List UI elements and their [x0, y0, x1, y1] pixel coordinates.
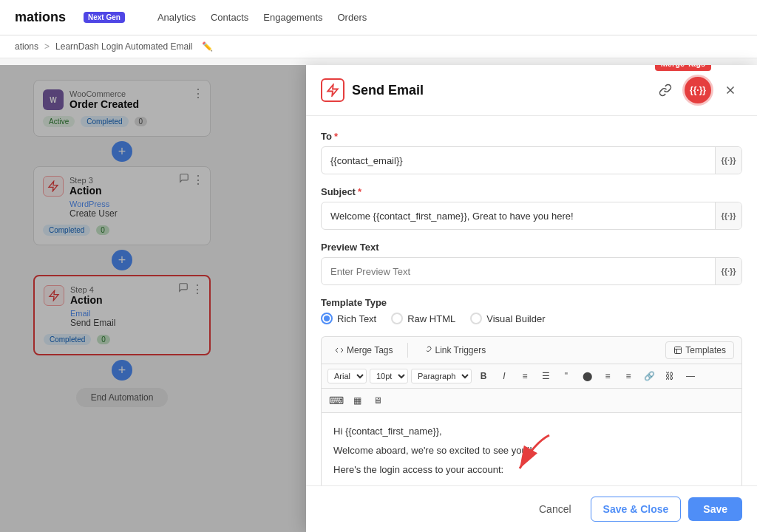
subject-required: *: [358, 186, 361, 197]
modal-footer: Cancel Save & Close Save: [306, 485, 757, 532]
radio-dot-rich: [324, 316, 330, 321]
radio-raw-html[interactable]: Raw HTML: [391, 313, 455, 324]
merge-tags-icon: {{·}}: [690, 85, 706, 95]
svg-rect-5: [675, 347, 682, 354]
radio-circle-visual: [470, 313, 482, 324]
to-field-group: To * {{·}}: [321, 131, 742, 174]
unordered-list-btn[interactable]: ☰: [537, 367, 554, 385]
radio-visual-builder[interactable]: Visual Builder: [470, 313, 545, 324]
email-line-2: Welcome aboard, we're so excited to see …: [333, 443, 730, 459]
toolbar-sep-1: [407, 343, 408, 358]
nav-engagements[interactable]: Engagements: [263, 9, 322, 26]
save-close-button[interactable]: Save & Close: [591, 497, 682, 522]
modal-header: Send Email Merge Tags {{·}}: [306, 65, 757, 116]
subject-label: Subject *: [321, 186, 742, 197]
template-type-label: Template Type: [321, 297, 742, 308]
unlink-btn[interactable]: ⛓: [661, 367, 679, 385]
editor-extra-bar: ⌨ ▦ 🖥: [321, 388, 742, 412]
paragraph-style-select[interactable]: Paragraph: [411, 369, 472, 383]
breadcrumb-parent[interactable]: ations: [15, 41, 38, 52]
blockquote-btn[interactable]: ": [557, 367, 575, 385]
preview-text-label: Preview Text: [321, 242, 742, 253]
template-type-radio-group: Rich Text Raw HTML Visual Builder: [321, 313, 742, 324]
align-center-btn[interactable]: ≡: [599, 367, 617, 385]
to-label: To *: [321, 131, 742, 142]
subject-merge-btn[interactable]: {{·}}: [715, 202, 741, 229]
close-modal-button[interactable]: [719, 78, 742, 102]
modal-icon: [321, 78, 344, 102]
modal-panel: Send Email Merge Tags {{·}}: [306, 65, 757, 532]
email-line-3: Here's the login access to your account:: [333, 462, 730, 478]
merge-tags-tooltip: Merge Tags: [655, 65, 711, 71]
nav-orders[interactable]: Orders: [338, 9, 367, 26]
template-type-field-group: Template Type Rich Text Raw HTML: [321, 297, 742, 324]
breadcrumb-separator: >: [44, 41, 50, 52]
radio-rich-text[interactable]: Rich Text: [321, 313, 376, 324]
subject-merge-icon: {{·}}: [721, 211, 736, 220]
preview-text-input[interactable]: [322, 260, 715, 283]
breadcrumb: ations > LearnDash Login Automated Email…: [0, 35, 757, 58]
editor-format-bar: Arial 10pt Paragraph B I ≡ ☰ " ⬤ ≡ ≡ 🔗 ⛓…: [321, 364, 742, 388]
breadcrumb-current[interactable]: LearnDash Login Automated Email: [55, 41, 192, 52]
modal-actions: Merge Tags {{·}}: [654, 77, 742, 103]
preview-merge-icon: {{·}}: [721, 267, 736, 276]
nav-analytics[interactable]: Analytics: [157, 9, 196, 26]
modal-title-wrap: Send Email: [321, 78, 424, 102]
to-input[interactable]: [322, 149, 715, 172]
svg-marker-2: [327, 85, 338, 96]
align-left-btn[interactable]: ⬤: [578, 367, 596, 385]
merge-tags-button[interactable]: {{·}}: [685, 77, 711, 103]
email-body: Hi {{contact_first_name}}, Welcome aboar…: [333, 423, 730, 485]
templates-btn[interactable]: Templates: [665, 341, 734, 359]
preview-merge-btn[interactable]: {{·}}: [715, 258, 741, 284]
editor-toolbar-top: Merge Tags Link Triggers Templates: [321, 336, 742, 364]
ordered-list-btn[interactable]: ≡: [516, 367, 534, 385]
to-merge-btn[interactable]: {{·}}: [715, 147, 741, 174]
italic-btn[interactable]: I: [495, 367, 513, 385]
top-nav: mations Next Gen Analytics Contacts Enga…: [0, 0, 757, 35]
more-options-btn[interactable]: —: [682, 367, 699, 385]
radio-circle-rich: [321, 313, 333, 324]
merge-tags-btn-wrap: Merge Tags {{·}}: [685, 77, 711, 103]
radio-circle-html: [391, 313, 403, 324]
subject-field-group: Subject * {{·}}: [321, 186, 742, 230]
font-family-select[interactable]: Arial: [327, 369, 367, 383]
source-btn[interactable]: ⌨: [327, 392, 345, 409]
link-triggers-btn[interactable]: Link Triggers: [417, 342, 492, 358]
email-line-4: Username: {{contact_email}}: [333, 481, 730, 485]
nav-links: Analytics Contacts Engagements Orders: [157, 9, 367, 26]
modal-overlay: Send Email Merge Tags {{·}}: [0, 65, 757, 532]
media-btn[interactable]: 🖥: [369, 392, 387, 409]
editor-content-area[interactable]: Hi {{contact_first_name}}, Welcome aboar…: [321, 412, 742, 485]
subject-field-row: {{·}}: [321, 202, 742, 230]
cancel-button[interactable]: Cancel: [527, 497, 583, 521]
modal-title: Send Email: [352, 83, 424, 98]
to-merge-icon: {{·}}: [721, 156, 736, 165]
to-required: *: [334, 131, 338, 142]
preview-text-field-row: {{·}}: [321, 257, 742, 285]
subject-input[interactable]: [322, 205, 715, 228]
align-right-btn[interactable]: ≡: [619, 367, 637, 385]
font-size-select[interactable]: 10pt: [370, 369, 408, 383]
link-icon[interactable]: [654, 78, 677, 102]
next-gen-badge: Next Gen: [84, 12, 125, 23]
save-button[interactable]: Save: [688, 497, 742, 521]
edit-title-icon[interactable]: ✏️: [202, 41, 213, 52]
email-line-1: Hi {{contact_first_name}},: [333, 423, 730, 440]
nav-contacts[interactable]: Contacts: [211, 9, 248, 26]
merge-tags-editor-btn[interactable]: Merge Tags: [329, 342, 398, 358]
app-title: mations: [15, 10, 66, 25]
bold-btn[interactable]: B: [475, 367, 492, 385]
table-btn[interactable]: ▦: [348, 392, 366, 409]
preview-text-field-group: Preview Text {{·}}: [321, 242, 742, 285]
modal-body: To * {{·}} Subject *: [306, 116, 757, 485]
to-field-row: {{·}}: [321, 146, 742, 174]
link-btn[interactable]: 🔗: [640, 367, 658, 385]
